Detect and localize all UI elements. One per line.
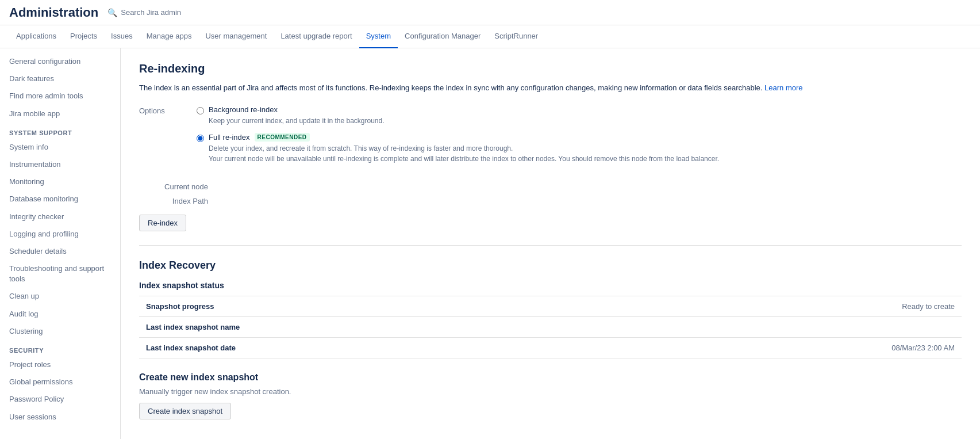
tab-upgrade-report[interactable]: Latest upgrade report xyxy=(274,25,359,48)
search-icon: 🔍 xyxy=(107,8,117,17)
main-layout: General configuration Dark features Find… xyxy=(0,48,980,439)
create-snapshot-desc: Manually trigger new index snapshot crea… xyxy=(139,387,962,396)
table-row-snapshot-progress: Snapshot progress Ready to create xyxy=(139,296,962,316)
options-body: Background re-index Keep your current in… xyxy=(197,105,962,171)
sidebar-item-scheduler[interactable]: Scheduler details xyxy=(0,243,120,260)
sidebar-item-find-more-admin[interactable]: Find more admin tools xyxy=(0,87,120,105)
snapshot-date-label: Last index snapshot date xyxy=(139,337,289,358)
snapshot-status-title: Index snapshot status xyxy=(139,281,962,290)
learn-more-link[interactable]: Learn more xyxy=(764,83,802,92)
sidebar-item-dark-features[interactable]: Dark features xyxy=(0,70,120,87)
reindexing-options: Options Background re-index Keep your cu… xyxy=(139,105,962,171)
sidebar-item-system-info[interactable]: System info xyxy=(0,139,120,156)
sidebar-item-instrumentation[interactable]: Instrumentation xyxy=(0,156,120,173)
option1-desc: Keep your current index, and update it i… xyxy=(209,116,385,126)
sidebar-item-general-configuration[interactable]: General configuration xyxy=(0,53,120,70)
sidebar-item-logging[interactable]: Logging and profiling xyxy=(0,226,120,243)
sidebar-item-cleanup[interactable]: Clean up xyxy=(0,288,120,305)
tab-issues[interactable]: Issues xyxy=(104,25,140,48)
search-bar[interactable]: 🔍 Search Jira admin xyxy=(107,8,181,17)
tab-manage-apps[interactable]: Manage apps xyxy=(140,25,199,48)
radio-full-reindex[interactable] xyxy=(197,135,204,142)
snapshot-progress-label: Snapshot progress xyxy=(139,296,289,316)
snapshot-name-value xyxy=(289,316,962,337)
snapshot-date-value: 08/Mar/23 2:00 AM xyxy=(289,337,962,358)
snapshot-name-label: Last index snapshot name xyxy=(139,316,289,337)
sidebar-item-database-monitoring[interactable]: Database monitoring xyxy=(0,190,120,208)
option2-desc2: Your current node will be unavailable un… xyxy=(209,154,719,164)
index-path-label: Index Path xyxy=(139,197,208,205)
option2-label: Full re-index xyxy=(209,133,250,142)
table-row-snapshot-date: Last index snapshot date 08/Mar/23 2:00 … xyxy=(139,337,962,358)
sidebar-item-troubleshooting[interactable]: Troubleshooting and support tools xyxy=(0,260,120,288)
sidebar-section-system-support: SYSTEM SUPPORT xyxy=(0,123,120,139)
reindexing-title: Re-indexing xyxy=(139,62,962,75)
sidebar-item-password-policy[interactable]: Password Policy xyxy=(0,391,120,408)
snapshot-progress-value: Ready to create xyxy=(289,296,962,316)
section-divider xyxy=(139,245,962,246)
create-snapshot-title: Create new index snapshot xyxy=(139,372,962,383)
nav-tabs: Applications Projects Issues Manage apps… xyxy=(0,25,980,48)
index-recovery-title: Index Recovery xyxy=(139,259,962,272)
option-background-reindex: Background re-index Keep your current in… xyxy=(197,105,962,126)
tab-system[interactable]: System xyxy=(359,25,398,48)
sidebar-item-clustering[interactable]: Clustering xyxy=(0,323,120,340)
tab-user-management[interactable]: User management xyxy=(198,25,274,48)
recommended-badge: RECOMMENDED xyxy=(255,133,310,142)
options-label: Options xyxy=(139,105,197,171)
sidebar-section-security: SECURITY xyxy=(0,340,120,356)
reindex-button[interactable]: Re-index xyxy=(139,215,186,231)
option1-label: Background re-index xyxy=(209,105,385,114)
radio-background-reindex[interactable] xyxy=(197,107,204,114)
current-node-row: Current node xyxy=(139,182,962,191)
option2-desc1: Delete your index, and recreate it from … xyxy=(209,143,719,154)
sidebar-item-user-sessions[interactable]: User sessions xyxy=(0,409,120,426)
sidebar-item-project-roles[interactable]: Project roles xyxy=(0,356,120,373)
main-content: Re-indexing The index is an essential pa… xyxy=(121,48,980,439)
reindexing-description: The index is an essential part of Jira a… xyxy=(139,82,962,94)
index-path-row: Index Path xyxy=(139,197,962,205)
table-row-snapshot-name: Last index snapshot name xyxy=(139,316,962,337)
sidebar-item-global-permissions[interactable]: Global permissions xyxy=(0,373,120,391)
current-node-label: Current node xyxy=(139,182,208,191)
create-snapshot-button[interactable]: Create index snapshot xyxy=(139,403,231,419)
top-header: Administration 🔍 Search Jira admin xyxy=(0,0,980,25)
page-title: Administration xyxy=(9,5,98,20)
sidebar-item-audit-log[interactable]: Audit log xyxy=(0,306,120,323)
sidebar-item-monitoring[interactable]: Monitoring xyxy=(0,173,120,190)
tab-config-manager[interactable]: Configuration Manager xyxy=(398,25,487,48)
search-label: Search Jira admin xyxy=(121,8,181,17)
sidebar: General configuration Dark features Find… xyxy=(0,48,121,439)
sidebar-item-integrity-checker[interactable]: Integrity checker xyxy=(0,208,120,226)
option-full-reindex: Full re-index RECOMMENDED Delete your in… xyxy=(197,133,962,164)
sidebar-item-jira-mobile[interactable]: Jira mobile app xyxy=(0,105,120,123)
tab-applications[interactable]: Applications xyxy=(9,25,63,48)
tab-projects[interactable]: Projects xyxy=(63,25,104,48)
tab-scriptrunner[interactable]: ScriptRunner xyxy=(487,25,545,48)
snapshot-status-table: Snapshot progress Ready to create Last i… xyxy=(139,296,962,358)
